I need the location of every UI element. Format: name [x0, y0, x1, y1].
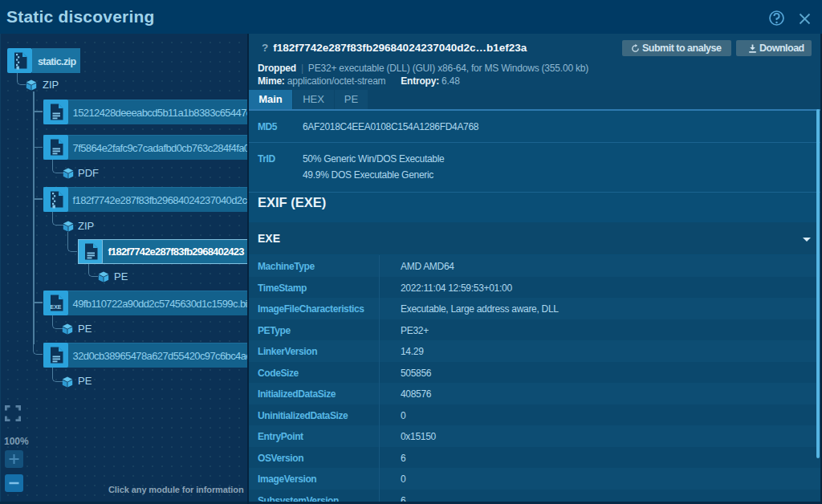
svg-text:EXE: EXE	[50, 304, 61, 310]
